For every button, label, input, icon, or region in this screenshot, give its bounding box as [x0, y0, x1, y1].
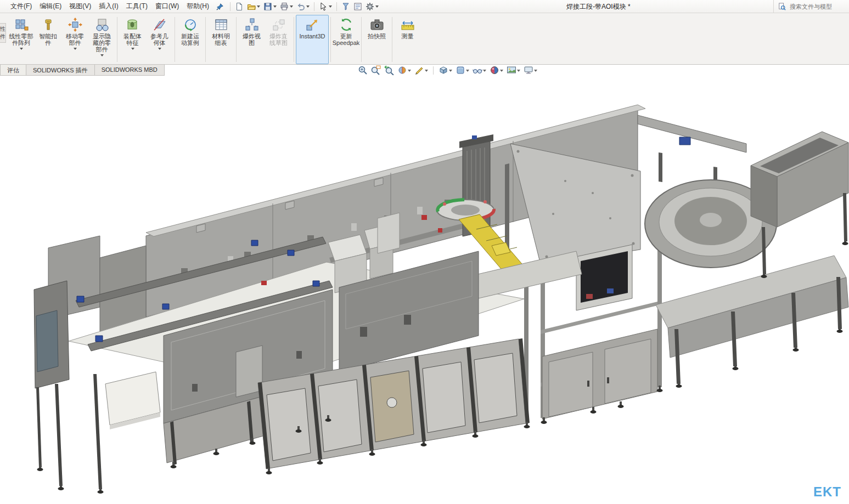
exploded-view-icon: [245, 18, 259, 32]
search-input[interactable]: [789, 3, 844, 10]
undo-button[interactable]: [295, 2, 311, 12]
collapsed-panel-tab[interactable]: 性 件: [0, 23, 6, 43]
apply-scene-button[interactable]: [507, 65, 520, 75]
save-button[interactable]: [262, 2, 278, 12]
view-settings-icon: [524, 65, 533, 75]
label: 爆炸直: [269, 33, 288, 39]
label: 装配体: [123, 33, 142, 39]
ribbon-button-move-component[interactable]: 移动零 部件: [61, 15, 88, 64]
zoom-to-area-button[interactable]: [371, 65, 381, 75]
label: 件: [45, 39, 51, 46]
menu-tools[interactable]: 工具(T): [122, 0, 151, 13]
label: 线性零部: [9, 33, 33, 39]
label: 性: [0, 25, 5, 33]
dropdown-caret: [257, 5, 260, 9]
section-view-button[interactable]: [397, 65, 411, 75]
task-pane-button[interactable]: [352, 2, 364, 12]
ribbon-button-take-snapshot[interactable]: 拍快照: [363, 15, 390, 64]
selection-filter-button[interactable]: [340, 2, 352, 12]
ribbon-separator: [205, 17, 206, 62]
dropdown-caret: [483, 70, 486, 73]
zoom-to-fit-icon: [358, 65, 368, 75]
dropdown-caret: [20, 48, 23, 52]
annotation-view-button[interactable]: [414, 65, 428, 75]
show-hidden-components-icon: [95, 18, 109, 32]
menu-view[interactable]: 视图(V): [65, 0, 95, 13]
selection-filter-icon: [341, 2, 350, 11]
ribbon-separator: [392, 17, 392, 62]
tab-solidworks-mbd[interactable]: SOLIDWORKS MBD: [95, 65, 165, 75]
apply-scene-icon: [507, 65, 516, 75]
dropdown-caret: [158, 48, 161, 52]
annotation-view-icon: [414, 65, 424, 75]
ribbon-button-reference-geometry[interactable]: 参考几 何体: [146, 15, 173, 64]
menu-file[interactable]: 文件(F): [7, 0, 36, 13]
new-document-icon: [235, 2, 244, 11]
ribbon-button-assembly-features[interactable]: 装配体 特征: [119, 15, 146, 64]
zoom-to-fit-button[interactable]: [358, 65, 368, 75]
bill-of-materials-icon: [214, 18, 228, 32]
ribbon-button-bill-of-materials[interactable]: 材料明 细表: [207, 15, 234, 64]
open-icon: [247, 2, 256, 11]
search-model-icon: [778, 3, 786, 10]
smart-fastener-icon: [41, 18, 55, 32]
menu-edit[interactable]: 编辑(E): [36, 0, 65, 13]
dropdown-caret: [517, 70, 520, 73]
label: 特征: [127, 39, 139, 46]
pushpin-icon[interactable]: [216, 3, 224, 10]
edit-appearance-icon: [490, 65, 499, 75]
save-icon: [263, 2, 272, 11]
ribbon-button-show-hidden-components[interactable]: 显示隐 藏的零 部件: [88, 15, 115, 64]
ribbon-separator: [294, 17, 294, 62]
ribbon-button-measure[interactable]: 测量: [394, 15, 421, 64]
label: 藏的零: [93, 39, 111, 46]
label: Instant3D: [299, 33, 325, 39]
ribbon-button-linear-component-pattern[interactable]: 线性零部 件阵列: [8, 15, 35, 64]
label: 拍快照: [368, 33, 386, 39]
ribbon-button-smart-fasteners[interactable]: 智能扣 件: [35, 15, 61, 64]
ribbon-button-new-motion-study[interactable]: 新建运 动算例: [177, 15, 204, 64]
document-title: 焊接工段-带AOI模块 *: [566, 0, 631, 13]
ribbon-separator: [330, 17, 331, 62]
tab-evaluate[interactable]: 评估: [0, 65, 26, 75]
ribbon-button-instant3d[interactable]: Instant3D: [296, 15, 329, 64]
ribbon-button-exploded-view[interactable]: 爆炸视 图: [238, 15, 265, 64]
options-button[interactable]: [364, 2, 380, 12]
move-component-icon: [68, 18, 82, 32]
previous-view-button[interactable]: [384, 65, 394, 75]
graphics-area[interactable]: EKT: [0, 76, 849, 504]
print-button[interactable]: [278, 2, 295, 12]
label: 部件: [96, 46, 108, 53]
dropdown-caret: [500, 70, 503, 73]
dropdown-caret: [290, 5, 293, 9]
assembly-model-3d[interactable]: [0, 76, 849, 504]
new-document-button[interactable]: [233, 2, 245, 12]
menu-insert[interactable]: 插入(I): [95, 0, 122, 13]
menu-help[interactable]: 帮助(H): [183, 0, 213, 13]
instant3d-icon: [305, 18, 319, 32]
snapshot-camera-icon: [370, 18, 384, 32]
view-orientation-button[interactable]: [438, 65, 452, 75]
edit-appearance-button[interactable]: [490, 65, 503, 75]
heads-up-toolbar: [358, 65, 537, 76]
menu-window[interactable]: 窗口(W): [151, 0, 183, 13]
dropdown-caret: [408, 70, 411, 73]
ribbon-separator: [117, 17, 117, 62]
toolbar-separator: [314, 2, 314, 11]
view-orientation-icon: [438, 65, 448, 75]
select-button[interactable]: [317, 2, 334, 12]
search-box[interactable]: [773, 0, 848, 13]
dropdown-caret: [534, 70, 537, 73]
display-style-button[interactable]: [456, 65, 469, 75]
assembly-features-icon: [126, 18, 140, 32]
label: 动算例: [181, 39, 199, 46]
hide-show-items-button[interactable]: [473, 65, 486, 75]
select-cursor-icon: [319, 2, 328, 11]
ribbon-button-update-speedpak[interactable]: 更新 Speedpak: [333, 15, 359, 64]
label: 何体: [154, 39, 166, 46]
view-settings-button[interactable]: [524, 65, 537, 75]
open-button[interactable]: [245, 2, 262, 12]
tab-solidworks-addins[interactable]: SOLIDWORKS 插件: [26, 65, 95, 75]
label: 智能扣: [39, 33, 57, 39]
ribbon-separator: [361, 17, 362, 62]
